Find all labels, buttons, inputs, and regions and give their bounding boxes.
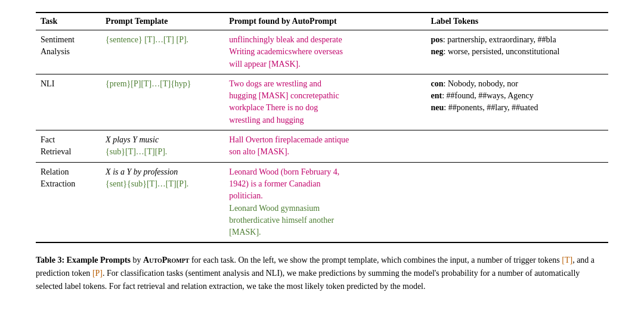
task-cell-nli: NLI <box>36 74 101 130</box>
label-bold-neu: neu <box>431 103 444 112</box>
caption-table-number: Table 3: <box>36 256 64 265</box>
prompt-template-italic-relation: X is a Y by profession <box>106 167 178 176</box>
caption-body3: . For classification tasks (sentiment an… <box>36 269 580 291</box>
label-tokens-cell-relation <box>426 162 608 242</box>
table-row: FactRetrieval X plays Y music {sub}[T]…[… <box>36 130 608 163</box>
prompt-template-cell-nli: {prem}[P][T]…[T]{hyp} <box>101 74 224 130</box>
prompt-found-cell-relation: Leonard Wood (born February 4, 1942) is … <box>224 162 426 242</box>
task-cell-fact: FactRetrieval <box>36 130 101 163</box>
label-bold-neg: neg <box>431 47 444 56</box>
table-row: Sentiment Analysis {sentence} [T]…[T] [P… <box>36 30 608 74</box>
prompt-found-text-nli: Two dogs are wrestling and hugging [MASK… <box>229 79 339 125</box>
task-cell-relation: RelationExtraction <box>36 162 101 242</box>
caption-T-token: [T] <box>562 256 572 265</box>
prompt-template-green-fact: {sub}[T]…[T][P]. <box>106 147 167 156</box>
prompt-template-text: {sentence} [T]…[T] [P]. <box>106 35 188 44</box>
header-label-tokens: Label Tokens <box>426 13 608 30</box>
label-tokens-cell-fact <box>426 130 608 163</box>
table-row: RelationExtraction X is a Y by professio… <box>36 162 608 242</box>
prompt-found-cell-sentiment: unflinchingly bleak and desperate Writin… <box>224 30 426 74</box>
label-tokens-cell-nli: con: Nobody, nobody, nor ent: ##found, #… <box>426 74 608 130</box>
table-caption: Table 3: Example Prompts by AutoPrompt f… <box>36 254 608 293</box>
header-task: Task <box>36 13 101 30</box>
prompt-template-cell-sentiment: {sentence} [T]…[T] [P]. <box>101 30 224 74</box>
header-prompt-found: Prompt found by AutoPrompt <box>224 13 426 30</box>
page-container: Task Prompt Template Prompt found by Aut… <box>36 12 608 293</box>
caption-title: Example Prompts <box>67 256 131 265</box>
prompt-template-cell-relation: X is a Y by profession {sent}{sub}[T]…[T… <box>101 162 224 242</box>
label-bold-con: con <box>431 79 444 88</box>
caption-P-token: [P] <box>92 269 103 278</box>
label-bold-ent: ent <box>431 91 442 100</box>
caption-autoprompt: AutoPrompt <box>143 256 189 265</box>
label-bold-pos: pos <box>431 35 443 44</box>
prompt-template-text-nli: {prem}[P][T]…[T]{hyp} <box>106 79 191 88</box>
header-prompt-template: Prompt Template <box>101 13 224 30</box>
prompt-found-text-fact: Hall Overton fireplacemade antique son a… <box>229 135 349 156</box>
table-row: NLI {prem}[P][T]…[T]{hyp} Two dogs are w… <box>36 74 608 130</box>
main-table: Task Prompt Template Prompt found by Aut… <box>36 12 608 243</box>
caption-body1: for each task. On the left, we show the … <box>189 256 562 265</box>
autoprompt-label-header: AutoPrompt <box>292 17 337 26</box>
prompt-found-cell-fact: Hall Overton fireplacemade antique son a… <box>224 130 426 163</box>
prompt-template-italic-fact: X plays Y music <box>106 135 159 144</box>
caption-by: by <box>133 256 144 265</box>
prompt-found-text: unflinchingly bleak and desperate Writin… <box>229 35 343 69</box>
prompt-found-cell-nli: Two dogs are wrestling and hugging [MASK… <box>224 74 426 130</box>
label-tokens-cell-sentiment: pos: partnership, extraordinary, ##bla n… <box>426 30 608 74</box>
prompt-template-cell-fact: X plays Y music {sub}[T]…[T][P]. <box>101 130 224 163</box>
prompt-found-text-relation-2: Leonard Wood gymnasium brotherdicative h… <box>229 204 334 237</box>
task-cell-sentiment: Sentiment Analysis <box>36 30 101 74</box>
prompt-template-green-relation: {sent}{sub}[T]…[T][P]. <box>106 179 188 188</box>
prompt-found-text-relation-1: Leonard Wood (born February 4, 1942) is … <box>229 167 339 201</box>
